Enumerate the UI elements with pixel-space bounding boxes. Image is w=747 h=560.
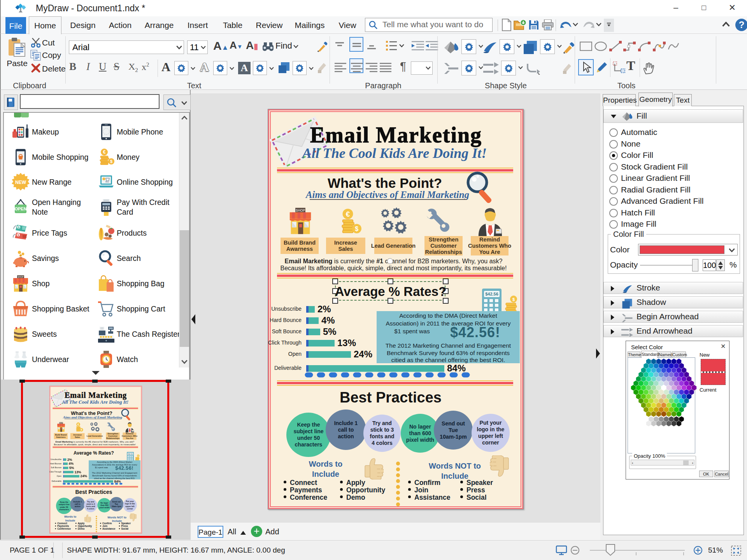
svg-text:$: $ bbox=[355, 225, 358, 232]
svg-text:$42.56: $42.56 bbox=[128, 453, 133, 455]
svg-text:$42.56: $42.56 bbox=[485, 292, 498, 296]
svg-text:SHOP: SHOP bbox=[18, 276, 24, 278]
svg-text:$: $ bbox=[110, 159, 112, 164]
svg-text:OPEN: OPEN bbox=[14, 206, 26, 211]
svg-text:SHOP: SHOP bbox=[296, 208, 305, 212]
svg-text:$: $ bbox=[18, 226, 20, 229]
svg-text:€: € bbox=[77, 423, 79, 426]
svg-text:€: € bbox=[103, 149, 106, 155]
svg-text:$: $ bbox=[512, 297, 515, 302]
svg-text:€: € bbox=[346, 210, 350, 218]
svg-text:NEW: NEW bbox=[15, 180, 26, 185]
svg-text:$: $ bbox=[18, 233, 19, 237]
svg-text:SHOP: SHOP bbox=[60, 422, 63, 424]
